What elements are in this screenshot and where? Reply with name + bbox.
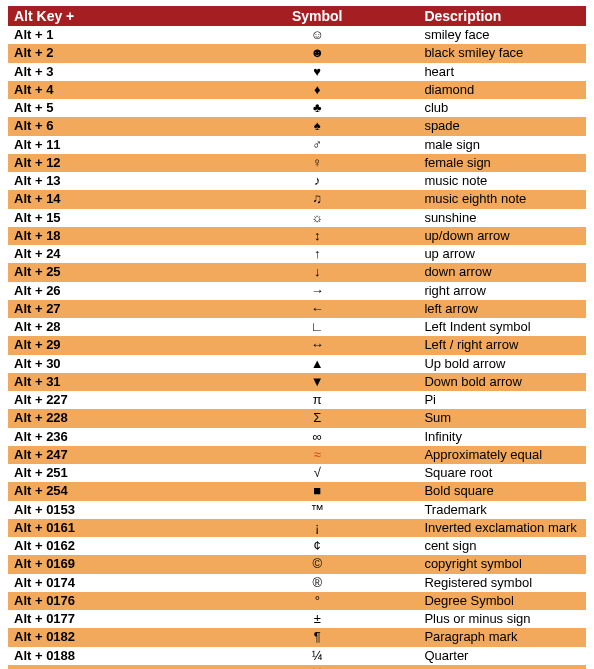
cell-symbol: ♫ [216, 190, 418, 208]
cell-key: Alt + 5 [8, 99, 216, 117]
cell-symbol: π [216, 391, 418, 409]
cell-desc: Degree Symbol [418, 592, 586, 610]
cell-desc: Left Indent symbol [418, 318, 586, 336]
cell-symbol: ■ [216, 482, 418, 500]
cell-key: Alt + 0189 [8, 665, 216, 669]
cell-symbol: ♀ [216, 154, 418, 172]
cell-symbol: ½ [216, 665, 418, 669]
cell-desc: Registered symbol [418, 574, 586, 592]
cell-key: Alt + 2 [8, 44, 216, 62]
cell-symbol: ♥ [216, 63, 418, 81]
cell-desc: Half [418, 665, 586, 669]
cell-key: Alt + 0162 [8, 537, 216, 555]
cell-key: Alt + 12 [8, 154, 216, 172]
table-row: Alt + 26→right arrow [8, 282, 586, 300]
table-row: Alt + 254■Bold square [8, 482, 586, 500]
cell-desc: Down bold arrow [418, 373, 586, 391]
table-row: Alt + 5♣club [8, 99, 586, 117]
cell-symbol: √ [216, 464, 418, 482]
table-row: Alt + 27←left arrow [8, 300, 586, 318]
table-row: Alt + 0153™Trademark [8, 501, 586, 519]
cell-key: Alt + 18 [8, 227, 216, 245]
cell-desc: right arrow [418, 282, 586, 300]
table-row: Alt + 12♀female sign [8, 154, 586, 172]
cell-key: Alt + 27 [8, 300, 216, 318]
table-row: Alt + 1☺smiley face [8, 26, 586, 44]
cell-desc: spade [418, 117, 586, 135]
cell-key: Alt + 25 [8, 263, 216, 281]
cell-key: Alt + 0169 [8, 555, 216, 573]
cell-key: Alt + 13 [8, 172, 216, 190]
cell-desc: heart [418, 63, 586, 81]
cell-desc: cent sign [418, 537, 586, 555]
table-row: Alt + 4♦diamond [8, 81, 586, 99]
alt-codes-table: Alt Key + Symbol Description Alt + 1☺smi… [8, 6, 586, 669]
cell-key: Alt + 26 [8, 282, 216, 300]
cell-symbol: ≈ [216, 446, 418, 464]
cell-symbol: ♪ [216, 172, 418, 190]
cell-desc: Square root [418, 464, 586, 482]
table-row: Alt + 14♫music eighth note [8, 190, 586, 208]
table-row: Alt + 30▲Up bold arrow [8, 355, 586, 373]
table-row: Alt + 0182¶Paragraph mark [8, 628, 586, 646]
cell-symbol: ¡ [216, 519, 418, 537]
table-row: Alt + 0189½Half [8, 665, 586, 669]
table-row: Alt + 228ΣSum [8, 409, 586, 427]
cell-key: Alt + 236 [8, 428, 216, 446]
table-row: Alt + 28∟Left Indent symbol [8, 318, 586, 336]
cell-symbol: ∟ [216, 318, 418, 336]
cell-desc: Paragraph mark [418, 628, 586, 646]
cell-key: Alt + 0176 [8, 592, 216, 610]
cell-key: Alt + 0177 [8, 610, 216, 628]
table-row: Alt + 2☻black smiley face [8, 44, 586, 62]
header-key: Alt Key + [8, 6, 216, 26]
cell-symbol: ± [216, 610, 418, 628]
table-row: Alt + 25↓down arrow [8, 263, 586, 281]
cell-desc: Sum [418, 409, 586, 427]
table-row: Alt + 0177±Plus or minus sign [8, 610, 586, 628]
cell-key: Alt + 29 [8, 336, 216, 354]
cell-key: Alt + 30 [8, 355, 216, 373]
table-row: Alt + 236∞Infinity [8, 428, 586, 446]
cell-desc: Infinity [418, 428, 586, 446]
cell-symbol: ♦ [216, 81, 418, 99]
cell-symbol: ↕ [216, 227, 418, 245]
cell-desc: up arrow [418, 245, 586, 263]
cell-symbol: ☻ [216, 44, 418, 62]
cell-key: Alt + 6 [8, 117, 216, 135]
cell-symbol: ♠ [216, 117, 418, 135]
cell-symbol: ▼ [216, 373, 418, 391]
cell-symbol: ☺ [216, 26, 418, 44]
cell-desc: Inverted exclamation mark [418, 519, 586, 537]
cell-symbol: ° [216, 592, 418, 610]
table-row: Alt + 11♂male sign [8, 136, 586, 154]
cell-symbol: → [216, 282, 418, 300]
cell-desc: Trademark [418, 501, 586, 519]
cell-desc: left arrow [418, 300, 586, 318]
cell-key: Alt + 28 [8, 318, 216, 336]
cell-key: Alt + 0188 [8, 647, 216, 665]
cell-symbol: ¶ [216, 628, 418, 646]
cell-desc: Bold square [418, 482, 586, 500]
cell-key: Alt + 31 [8, 373, 216, 391]
cell-key: Alt + 3 [8, 63, 216, 81]
cell-key: Alt + 11 [8, 136, 216, 154]
table-row: Alt + 0169©copyright symbol [8, 555, 586, 573]
cell-symbol: ® [216, 574, 418, 592]
cell-desc: Quarter [418, 647, 586, 665]
table-row: Alt + 227πPi [8, 391, 586, 409]
cell-key: Alt + 14 [8, 190, 216, 208]
table-row: Alt + 3♥heart [8, 63, 586, 81]
table-row: Alt + 6♠spade [8, 117, 586, 135]
cell-symbol: ↔ [216, 336, 418, 354]
cell-desc: male sign [418, 136, 586, 154]
cell-symbol: ™ [216, 501, 418, 519]
cell-symbol: ¼ [216, 647, 418, 665]
table-row: Alt + 13♪music note [8, 172, 586, 190]
table-row: Alt + 0176°Degree Symbol [8, 592, 586, 610]
cell-desc: copyright symbol [418, 555, 586, 573]
cell-symbol: ♣ [216, 99, 418, 117]
cell-key: Alt + 15 [8, 209, 216, 227]
cell-desc: smiley face [418, 26, 586, 44]
cell-symbol: ¢ [216, 537, 418, 555]
